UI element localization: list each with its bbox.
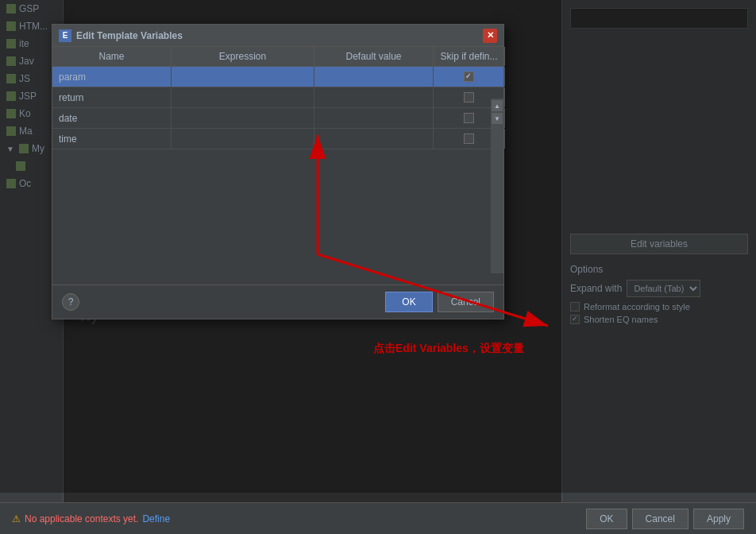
cell-default-param[interactable] <box>314 67 434 87</box>
cell-default-time[interactable] <box>314 129 434 149</box>
cell-name-time: time <box>52 129 172 149</box>
table-row[interactable]: time <box>52 129 503 149</box>
dialog-footer: ? OK Cancel <box>52 284 503 319</box>
no-context-text: No applicable contexts yet. <box>25 513 138 524</box>
apply-button[interactable]: Apply <box>693 509 744 529</box>
edit-template-variables-dialog: E Edit Template Variables ✕ Name Express… <box>52 24 504 319</box>
help-button[interactable]: ? <box>62 293 79 311</box>
main-cancel-button[interactable]: Cancel <box>632 509 688 529</box>
table-header: Name Expression Default value Skip if de… <box>52 47 503 67</box>
cell-default-return[interactable] <box>314 87 434 107</box>
dialog-cancel-button[interactable]: Cancel <box>438 292 494 312</box>
col-header-name: Name <box>52 47 172 66</box>
dialog-close-button[interactable]: ✕ <box>483 29 497 43</box>
cell-default-date[interactable] <box>314 108 434 128</box>
scrollbar-up-button[interactable]: ▲ <box>492 100 503 111</box>
skip-checkbox-return[interactable] <box>464 92 474 103</box>
dialog-action-buttons: OK Cancel <box>385 292 494 312</box>
cell-name-return: return <box>52 87 172 107</box>
cell-name-param: param <box>52 67 172 87</box>
bottom-buttons: OK Cancel Apply <box>586 509 744 529</box>
cell-expr-time[interactable] <box>172 129 314 149</box>
col-header-default: Default value <box>314 47 434 66</box>
table-row[interactable]: param ✓ <box>52 67 503 87</box>
cell-expr-param[interactable] <box>172 67 314 87</box>
no-context-message: ⚠ No applicable contexts yet. Define <box>12 513 170 524</box>
col-header-skip: Skip if defin... <box>434 47 505 66</box>
dialog-titlebar: E Edit Template Variables ✕ <box>52 25 503 47</box>
skip-checkbox-date[interactable] <box>464 113 474 123</box>
skip-checkbox-param[interactable]: ✓ <box>464 72 474 82</box>
dialog-icon-label: E <box>63 31 68 40</box>
table-scrollbar: ▲ ▼ <box>491 99 503 273</box>
dialog-title-text: Edit Template Variables <box>76 30 183 41</box>
skip-checkbox-time[interactable] <box>464 134 474 144</box>
dialog-table-container: Name Expression Default value Skip if de… <box>52 47 503 284</box>
bottom-bar: ⚠ No applicable contexts yet. Define OK … <box>0 502 756 534</box>
table-empty-area <box>52 149 503 284</box>
main-ok-button[interactable]: OK <box>586 509 627 529</box>
define-link[interactable]: Define <box>142 513 170 524</box>
dialog-ok-button[interactable]: OK <box>385 292 432 312</box>
cell-expr-return[interactable] <box>172 87 314 107</box>
warning-icon: ⚠ <box>12 513 21 524</box>
table-row[interactable]: date <box>52 108 503 129</box>
table-body: param ✓ return date <box>52 67 503 149</box>
table-row[interactable]: return <box>52 87 503 108</box>
scrollbar-down-button[interactable]: ▼ <box>492 113 503 124</box>
cell-name-date: date <box>52 108 172 128</box>
col-header-expression: Expression <box>172 47 314 66</box>
cell-skip-param[interactable]: ✓ <box>434 67 505 87</box>
cell-expr-date[interactable] <box>172 108 314 128</box>
dialog-icon: E <box>59 29 71 42</box>
dialog-title-left: E Edit Template Variables <box>59 29 183 42</box>
